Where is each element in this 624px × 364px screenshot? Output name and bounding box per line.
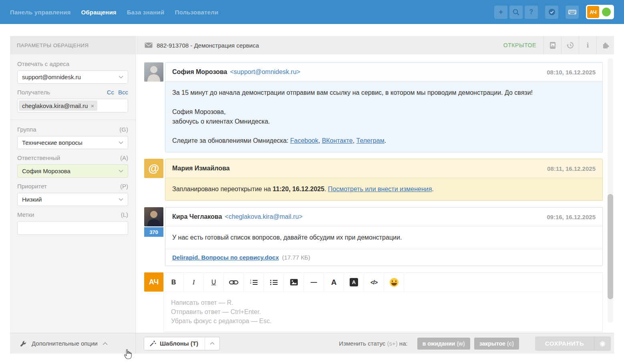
telegram-link[interactable]: Телеграм xyxy=(356,137,384,144)
bcc-link[interactable]: Bcc xyxy=(118,89,128,96)
action-bar-right: Шаблоны (T) Изменить статус (s+) на: в о… xyxy=(136,333,614,354)
case-panel: ПАРАМЕТРЫ ОБРАЩЕНИЯ Отвечать с адреса su… xyxy=(10,36,614,354)
reply-from-select[interactable]: support@omnidesk.ru xyxy=(17,70,128,84)
magic-wand-icon xyxy=(149,340,156,347)
labels-input[interactable] xyxy=(17,221,128,235)
verified-badge-icon xyxy=(548,8,556,16)
message-body: Запланировано переоткрытие на 11:20, 16.… xyxy=(165,178,602,200)
plus-icon: + xyxy=(499,8,503,16)
add-button[interactable]: + xyxy=(494,6,507,19)
underline-button[interactable]: U xyxy=(204,273,224,292)
vkontakte-link[interactable]: ВКонтакте xyxy=(322,137,353,144)
person-photo-placeholder xyxy=(144,207,163,226)
history-button[interactable] xyxy=(561,36,579,54)
assignee-value: София Морозова xyxy=(22,168,70,174)
ticket-status-badge: ОТКРЫТОЕ xyxy=(503,42,536,48)
message-author-email[interactable]: <cheglakova.kira@mail.ru> xyxy=(225,213,302,220)
placeholder-line: Убрать фокус с редактора — Esc. xyxy=(171,316,595,326)
save-group: СОХРАНИТЬ ◉ xyxy=(535,336,611,351)
nav-cases[interactable]: Обращения xyxy=(81,9,116,16)
user-avatar: АЧ xyxy=(587,6,599,18)
reply-from-label: Отвечать с адреса xyxy=(17,60,69,67)
ordered-list-button[interactable]: 12 xyxy=(244,273,264,292)
envelope-icon xyxy=(145,42,153,48)
chip-remove-icon[interactable]: × xyxy=(91,102,94,109)
vertical-scrollbar-thumb[interactable] xyxy=(608,194,613,299)
message-timestamp: 08:11, 16.12.2025 xyxy=(547,165,596,172)
more-options-label: Дополнительные опции xyxy=(32,340,98,347)
ticket-title: 882-913708 - Демонстрация сервиса xyxy=(157,42,259,49)
reply-textarea[interactable]: Написать ответ — R. Отправить ответ — Ct… xyxy=(164,292,602,332)
svg-text:2: 2 xyxy=(250,282,252,284)
addressing-section: Отвечать с адреса support@omnidesk.ru По… xyxy=(10,54,135,120)
message-thread: София Морозова <support@omnidesk.ru> 08:… xyxy=(136,54,614,332)
facebook-link[interactable]: Facebook xyxy=(290,137,318,144)
code-button[interactable]: </> xyxy=(364,273,384,292)
puzzle-icon xyxy=(602,41,610,49)
link-icon xyxy=(229,280,238,285)
horizontal-rule-button[interactable]: — xyxy=(304,273,324,292)
templates-expand[interactable] xyxy=(205,337,219,350)
save-options-button[interactable]: ◉ xyxy=(594,336,611,351)
attachment-link[interactable]: Delirapid. Вопросы по сервису.docx xyxy=(172,254,279,261)
insert-image-button[interactable] xyxy=(284,273,304,292)
recipient-input[interactable]: cheglakova.kira@mail.ru × xyxy=(17,99,128,112)
message-paragraph: За 15 минут до начала демонстрации отпра… xyxy=(172,88,596,98)
nav-knowledge-base[interactable]: База знаний xyxy=(127,9,165,16)
cc-link[interactable]: Cc xyxy=(107,89,114,96)
message-paragraph: София Морозова, xyxy=(172,107,596,117)
templates-button[interactable]: Шаблоны (T) xyxy=(144,337,220,350)
ordered-list-icon: 12 xyxy=(250,279,258,286)
background-color-button[interactable]: A xyxy=(344,273,364,292)
verified-button[interactable] xyxy=(545,6,558,19)
attachments-overview-button[interactable] xyxy=(543,36,561,54)
insert-link-button[interactable] xyxy=(224,273,244,292)
placeholder-line: Написать ответ — R. xyxy=(171,298,595,307)
nav-users[interactable]: Пользователи xyxy=(175,9,218,16)
emoji-icon xyxy=(390,278,399,287)
sidebar-title: ПАРАМЕТРЫ ОБРАЩЕНИЯ xyxy=(10,36,135,54)
help-button[interactable]: ? xyxy=(525,6,538,19)
emoji-button[interactable] xyxy=(384,273,404,292)
underline-icon: U xyxy=(211,279,216,286)
priority-select[interactable]: Низкий xyxy=(17,193,128,206)
text-color-button[interactable]: A xyxy=(324,273,344,292)
apps-button[interactable] xyxy=(596,36,614,54)
edit-reopen-link[interactable]: Посмотреть или внести изменения xyxy=(328,186,432,192)
assignee-label: Ответственный xyxy=(17,154,60,161)
message-paragraph: У нас есть готовый список вопросов, дава… xyxy=(172,233,596,242)
user-menu[interactable]: АЧ xyxy=(586,5,614,19)
nav-dashboard[interactable]: Панель управления xyxy=(10,9,70,16)
priority-hotkey: (P) xyxy=(120,183,128,190)
record-circle-icon: ◉ xyxy=(600,339,606,348)
recipient-chip: cheglakova.kira@mail.ru × xyxy=(19,100,97,111)
wrench-icon xyxy=(19,340,27,347)
chevron-up-icon xyxy=(210,342,215,345)
change-status-label: Изменить статус (s+) на: xyxy=(339,340,407,347)
vertical-scrollbar-track[interactable] xyxy=(608,58,613,323)
more-options-toggle[interactable]: Дополнительные опции xyxy=(10,333,136,354)
editor-toolbar: B I U xyxy=(164,273,602,292)
message-author-email[interactable]: <support@omnidesk.ru> xyxy=(230,68,300,76)
action-bar: Дополнительные опции xyxy=(10,333,614,354)
italic-button[interactable]: I xyxy=(184,273,204,292)
agent-avatar xyxy=(144,62,163,82)
status-closed-button[interactable]: закрытое (c) xyxy=(474,338,519,350)
topbar-actions: + ? xyxy=(492,5,624,19)
info-button[interactable]: i xyxy=(579,36,596,54)
group-select[interactable]: Технические вопросы xyxy=(17,136,128,149)
message-system-note: @ Мария Измайлова 08:11, 16.12.2025 Запл… xyxy=(144,159,603,201)
bullet-list-button[interactable] xyxy=(264,273,284,292)
sidebar-title-text: ПАРАМЕТРЫ ОБРАЩЕНИЯ xyxy=(17,42,89,48)
search-button[interactable] xyxy=(509,6,523,19)
keyboard-shortcuts-button[interactable] xyxy=(566,6,579,19)
at-sign-icon: @ xyxy=(148,162,159,175)
chevron-down-icon xyxy=(119,170,123,172)
assignee-select[interactable]: София Морозова xyxy=(17,164,128,178)
status-pending-button[interactable]: в ожидании (w) xyxy=(417,338,470,350)
bold-button[interactable]: B xyxy=(164,273,184,292)
save-button[interactable]: СОХРАНИТЬ xyxy=(535,336,594,351)
case-count-badge[interactable]: 370 xyxy=(144,227,163,237)
horizontal-rule-icon: — xyxy=(311,279,317,286)
assignee-hotkey: (A) xyxy=(120,154,128,161)
